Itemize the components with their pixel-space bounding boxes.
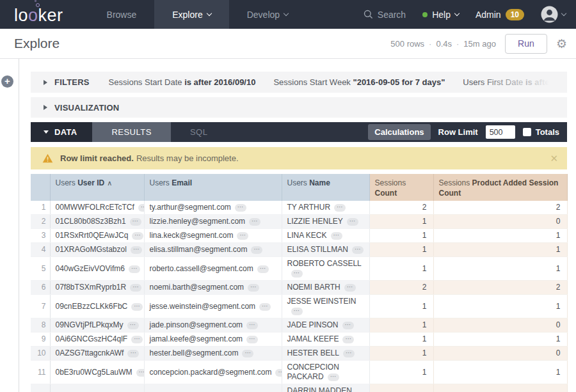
cell-menu-icon[interactable]: ⋯ bbox=[131, 336, 143, 343]
cell-menu-icon[interactable]: ⋯ bbox=[291, 308, 303, 315]
admin-badge: 10 bbox=[506, 9, 524, 20]
run-button[interactable]: Run bbox=[505, 34, 547, 54]
collapse-triangle-icon[interactable] bbox=[44, 80, 47, 85]
filter-condition: "2016-09-05 for 7 days" bbox=[353, 77, 445, 87]
cell-menu-icon[interactable]: ⋯ bbox=[352, 246, 364, 254]
filter-item[interactable]: Sessions Start Week "2016-09-05 for 7 da… bbox=[273, 77, 445, 87]
chevron-down-icon bbox=[284, 11, 289, 16]
nav-item-label: Develop bbox=[247, 10, 280, 20]
cell-count: 1 bbox=[369, 257, 433, 281]
cell-menu-icon[interactable]: ⋯ bbox=[328, 373, 339, 381]
filters-label[interactable]: FILTERS bbox=[54, 77, 90, 87]
cell-menu-icon[interactable]: ⋯ bbox=[331, 232, 342, 240]
row-number: 4 bbox=[31, 243, 50, 257]
tab-sql[interactable]: SQL bbox=[171, 122, 227, 142]
cell-menu-icon[interactable]: ⋯ bbox=[132, 232, 143, 240]
cell-menu-icon[interactable]: ⋯ bbox=[246, 336, 258, 343]
body: + FILTERS Sessions Start Date is after 2… bbox=[0, 59, 576, 392]
cell-menu-icon[interactable]: ⋯ bbox=[291, 270, 303, 278]
cell-name: TY ARTHUR⋯ bbox=[282, 201, 369, 215]
cell-name: HESTER BELL⋯ bbox=[282, 347, 369, 361]
cell-menu-icon[interactable]: ⋯ bbox=[136, 369, 144, 377]
cell-product-added-count: 0 bbox=[433, 347, 567, 361]
cell-menu-icon[interactable]: ⋯ bbox=[343, 350, 355, 357]
cell-count: 2 bbox=[369, 201, 433, 215]
totals-toggle[interactable]: Totals bbox=[523, 127, 559, 137]
nav-item-explore[interactable]: Explore bbox=[154, 0, 228, 29]
column-header-count[interactable]: Sessions Count bbox=[369, 174, 433, 201]
row-number: 7 bbox=[31, 295, 50, 318]
cell-menu-icon[interactable]: ⋯ bbox=[249, 218, 260, 226]
main-nav-items: BrowseExploreDevelop bbox=[89, 0, 307, 29]
column-header-product-added-session-count[interactable]: Sessions Product Added Session Count bbox=[433, 174, 567, 201]
row-number: 10 bbox=[31, 347, 50, 361]
cell-menu-icon[interactable]: ⋯ bbox=[259, 303, 271, 311]
cell-name: CONCEPCION PACKARD⋯ bbox=[282, 361, 369, 384]
nav-item-browse[interactable]: Browse bbox=[89, 0, 155, 29]
data-bar-right: Calculations Row Limit Totals bbox=[368, 122, 567, 142]
data-tabs: RESULTSSQL bbox=[92, 122, 227, 142]
cell-menu-icon[interactable]: ⋯ bbox=[127, 322, 139, 329]
user-menu[interactable] bbox=[541, 6, 566, 23]
cell-menu-icon[interactable]: ⋯ bbox=[344, 284, 356, 292]
column-header-name[interactable]: Users Name bbox=[282, 174, 369, 201]
looker-logo[interactable]: looker bbox=[0, 0, 89, 29]
visualization-bar: VISUALIZATION bbox=[31, 97, 567, 118]
cell-name-text: TY ARTHUR bbox=[287, 203, 331, 212]
cell-menu-icon[interactable]: ⋯ bbox=[342, 322, 354, 329]
nav-help[interactable]: Help bbox=[422, 10, 459, 20]
filter-item[interactable]: Sessions Start Date is after 2016/09/10 bbox=[109, 77, 256, 87]
column-group-label: Users bbox=[150, 178, 170, 187]
cell-menu-icon[interactable]: ⋯ bbox=[246, 322, 258, 329]
cell-menu-icon[interactable]: ⋯ bbox=[129, 265, 140, 273]
filter-item[interactable]: Users First Date is after 2016/09/10 bbox=[463, 77, 558, 87]
collapse-triangle-icon[interactable] bbox=[44, 105, 47, 110]
nav-search[interactable]: Search bbox=[364, 10, 406, 20]
tab-results[interactable]: RESULTS bbox=[92, 122, 171, 142]
cell-email: lizzie.henley@segment.com⋯ bbox=[144, 215, 282, 229]
add-button[interactable]: + bbox=[1, 75, 13, 88]
cell-menu-icon[interactable]: ⋯ bbox=[235, 204, 246, 212]
cell-menu-icon[interactable]: ⋯ bbox=[138, 204, 144, 212]
totals-checkbox[interactable] bbox=[523, 128, 531, 136]
cell-menu-icon[interactable]: ⋯ bbox=[248, 284, 259, 292]
query-age-stat: 15m ago bbox=[463, 39, 496, 49]
calculations-button[interactable]: Calculations bbox=[368, 124, 430, 140]
sort-asc-icon: ∧ bbox=[107, 179, 112, 187]
chevron-down-icon bbox=[561, 11, 566, 16]
column-header-user-id[interactable]: Users User ID∧ bbox=[50, 174, 144, 201]
cell-menu-icon[interactable]: ⋯ bbox=[131, 303, 143, 311]
cell-menu-icon[interactable]: ⋯ bbox=[242, 350, 253, 357]
cell-count: 1 bbox=[369, 347, 433, 361]
cell-menu-icon[interactable]: ⋯ bbox=[130, 284, 141, 292]
data-section-toggle[interactable]: DATA bbox=[31, 122, 92, 142]
cell-menu-icon[interactable]: ⋯ bbox=[131, 246, 142, 254]
close-icon[interactable]: ✕ bbox=[550, 153, 558, 164]
cell-menu-icon[interactable]: ⋯ bbox=[257, 265, 269, 273]
row-number-header bbox=[31, 174, 50, 201]
results-table: Users User ID∧Users EmailUsers NameSessi… bbox=[31, 174, 568, 392]
cell-name-text: LIZZIE HENLEY bbox=[287, 217, 343, 226]
cell-menu-icon[interactable]: ⋯ bbox=[275, 369, 282, 377]
cell-product-added-count: 1 bbox=[433, 361, 567, 384]
cell-menu-icon[interactable]: ⋯ bbox=[334, 204, 346, 212]
row-limit-input[interactable] bbox=[486, 125, 515, 139]
cell-user-id-text: 0Ai6GNCGszHC4qlF bbox=[56, 334, 128, 343]
table-row: 709cnEBzzCLKk6FbC⋯jesse.weinstein@segmen… bbox=[31, 295, 567, 318]
cell-email-text: elisa.stillman@segment.com bbox=[150, 245, 248, 254]
cell-menu-icon[interactable]: ⋯ bbox=[127, 350, 139, 357]
gear-icon[interactable]: ⚙ bbox=[556, 38, 567, 50]
column-header-email[interactable]: Users Email bbox=[144, 174, 282, 201]
cell-count: 1 bbox=[369, 295, 433, 318]
nav-item-develop[interactable]: Develop bbox=[229, 0, 306, 29]
cell-menu-icon[interactable]: ⋯ bbox=[237, 232, 248, 240]
nav-admin[interactable]: Admin 10 bbox=[476, 9, 524, 20]
cell-menu-icon[interactable]: ⋯ bbox=[342, 336, 354, 343]
table-row: 90Ai6GNCGszHC4qlF⋯jamal.keefe@segment.co… bbox=[31, 333, 567, 347]
cell-email: lina.keck@segment.com⋯ bbox=[144, 229, 282, 243]
cell-menu-icon[interactable]: ⋯ bbox=[251, 246, 262, 254]
row-count-stat: 500 rows bbox=[390, 39, 424, 49]
cell-menu-icon[interactable]: ⋯ bbox=[347, 218, 358, 226]
visualization-label[interactable]: VISUALIZATION bbox=[54, 103, 119, 113]
cell-menu-icon[interactable]: ⋯ bbox=[130, 218, 141, 226]
